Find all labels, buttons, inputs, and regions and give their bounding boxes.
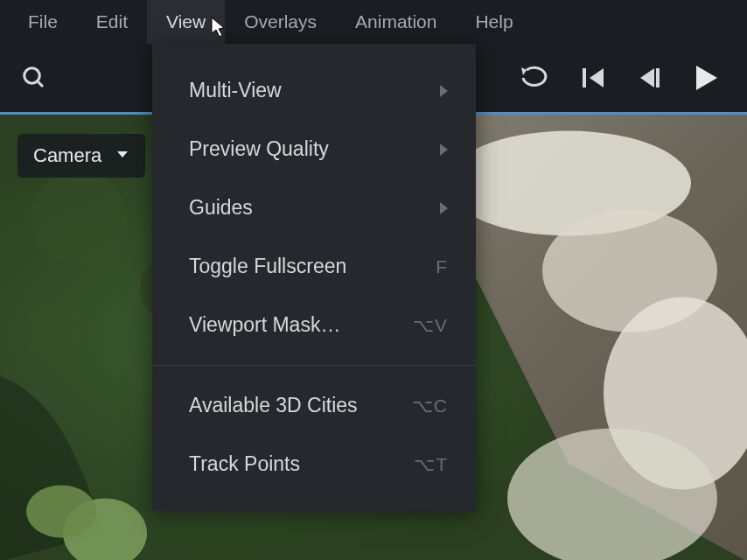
menu-item-preview-quality[interactable]: Preview Quality xyxy=(152,120,476,178)
camera-label: Camera xyxy=(33,144,101,167)
step-back-icon[interactable] xyxy=(637,66,661,89)
submenu-arrow-icon xyxy=(440,144,448,156)
menu-item-label: Track Points xyxy=(189,452,300,476)
menu-shortcut: F xyxy=(436,256,448,277)
menu-item-label: Viewport Mask… xyxy=(189,313,340,337)
menu-item-label: Available 3D Cities xyxy=(189,394,358,417)
menubar-item-edit[interactable]: Edit xyxy=(77,0,147,44)
view-dropdown-menu: Multi-View Preview Quality Guides Toggle… xyxy=(152,44,476,511)
chevron-down-icon xyxy=(115,148,129,164)
svg-rect-3 xyxy=(656,68,660,88)
menu-item-available-3d-cities[interactable]: Available 3D Cities ⌥C xyxy=(152,376,476,435)
menubar-item-help[interactable]: Help xyxy=(456,0,532,44)
camera-dropdown[interactable]: Camera xyxy=(17,134,145,178)
svg-point-10 xyxy=(26,486,96,538)
menu-shortcut: ⌥T xyxy=(414,454,448,475)
loop-icon[interactable] xyxy=(518,65,551,91)
menu-item-label: Guides xyxy=(189,196,253,220)
skip-back-icon[interactable] xyxy=(581,66,607,89)
menu-item-track-points[interactable]: Track Points ⌥T xyxy=(152,435,476,494)
menu-item-guides[interactable]: Guides xyxy=(152,178,476,237)
svg-rect-2 xyxy=(583,68,586,88)
menu-item-label: Preview Quality xyxy=(189,137,329,161)
menubar-item-animation[interactable]: Animation xyxy=(336,0,456,44)
menubar-item-file[interactable]: File xyxy=(9,0,77,44)
search-icon[interactable] xyxy=(21,65,47,91)
menu-shortcut: ⌥V xyxy=(413,315,448,336)
menu-item-label: Toggle Fullscreen xyxy=(189,255,346,278)
menu-item-label: Multi-View xyxy=(189,79,282,102)
svg-point-12 xyxy=(31,171,127,267)
svg-point-14 xyxy=(22,302,83,363)
menu-item-multiview[interactable]: Multi-View xyxy=(152,61,476,120)
menu-item-viewport-mask[interactable]: Viewport Mask… ⌥V xyxy=(152,296,476,354)
svg-line-1 xyxy=(38,81,43,87)
svg-point-0 xyxy=(24,68,40,84)
submenu-arrow-icon xyxy=(440,85,448,97)
menu-shortcut: ⌥C xyxy=(412,396,448,416)
submenu-arrow-icon xyxy=(440,202,448,214)
menubar: File Edit View Overlays Animation Help xyxy=(0,0,747,44)
menu-item-toggle-fullscreen[interactable]: Toggle Fullscreen F xyxy=(152,237,476,296)
menubar-item-view[interactable]: View xyxy=(147,0,225,44)
menu-divider xyxy=(152,365,476,366)
play-icon[interactable] xyxy=(691,63,721,93)
menubar-item-overlays[interactable]: Overlays xyxy=(225,0,336,44)
